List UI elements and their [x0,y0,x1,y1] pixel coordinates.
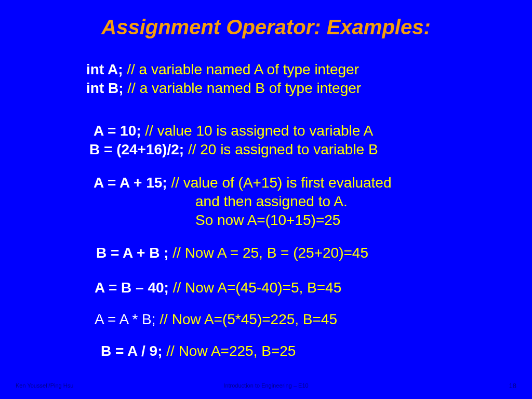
footer-page-number: 18 [509,382,516,390]
code-text: A = B – 40; [95,280,173,296]
code-text: B = A / 9; [101,343,166,359]
comment-text: // value of (A+15) is first evaluated [171,175,391,191]
assign-a-10: A = 10; // value 10 is assigned to varia… [94,123,373,139]
assign-a-plus15-cont2: So now A=(10+15)=25 [195,212,340,229]
assign-b-aplusb: B = A + B ; // Now A = 25, B = (25+20)=4… [96,245,368,261]
assign-b-adiv9: B = A / 9; // Now A=225, B=25 [101,343,296,360]
assign-a-times-b: A = A * B; // Now A=(5*45)=225, B=45 [95,311,337,328]
assign-a-bminus40: A = B – 40; // Now A=(45-40)=5, B=45 [95,280,341,296]
comment-text: // Now A = 25, B = (25+20)=45 [172,245,368,261]
code-text: A = 10; [94,123,145,139]
comment-text: // Now A=(45-40)=5, B=45 [173,280,342,296]
comment-text: // a variable named B of type integer [127,80,361,96]
slide-title: Assignment Operator: Examples: [0,16,532,39]
code-text: int B; [86,80,127,96]
code-text: A = A + 15; [94,175,171,191]
comment-text: // value 10 is assigned to variable A [145,123,373,139]
comment-text: // Now A=(5*45)=225, B=45 [159,311,337,327]
comment-text: // a variable named A of type integer [127,61,359,77]
assign-a-plus15-cont1: and then assigned to A. [195,193,348,210]
assign-b-expr: B = (24+16)/2; // 20 is assigned to vari… [89,141,378,158]
assign-a-plus15: A = A + 15; // value of (A+15) is first … [94,175,392,191]
comment-text: // Now A=225, B=25 [166,343,296,359]
code-text: int A; [86,61,127,77]
code-text: A = A * B; [95,311,159,327]
decl-a: int A; // a variable named A of type int… [86,61,359,78]
slide: Assignment Operator: Examples: int A; //… [0,0,532,399]
footer-center: Introduction to Engineering – E10 [0,382,532,389]
code-text: B = A + B ; [96,245,172,261]
code-text: B = (24+16)/2; [89,141,188,157]
comment-text: // 20 is assigned to variable B [188,141,378,157]
decl-b: int B; // a variable named B of type int… [86,80,361,97]
